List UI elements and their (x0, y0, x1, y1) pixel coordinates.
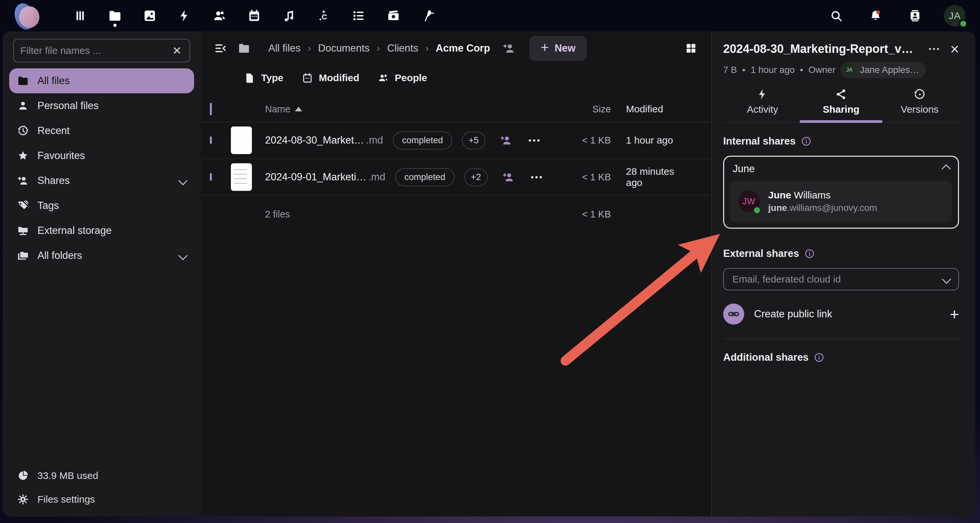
tab-activity[interactable]: Activity (723, 88, 802, 122)
sidebar-item-shares[interactable]: Shares (9, 168, 194, 193)
notifications-button[interactable] (865, 5, 886, 26)
file-thumbnail (231, 163, 252, 191)
tag-chip-completed: completed (395, 168, 455, 186)
details-modified-time: 1 hour ago (751, 65, 795, 75)
chevron-down-icon[interactable] (178, 251, 188, 260)
filter-chip-modified[interactable]: Modified (302, 72, 359, 83)
row-checkbox[interactable] (210, 136, 212, 144)
create-public-link-row[interactable]: Create public link + (723, 303, 959, 325)
shared-button[interactable] (500, 134, 512, 147)
grid-view-toggle[interactable] (681, 38, 702, 59)
file-name: 2024-08-30_Market… (265, 134, 364, 146)
owner-pill[interactable]: JA Jane Apples… (841, 62, 926, 78)
details-actions-menu[interactable] (929, 48, 939, 50)
clear-filter-icon[interactable]: ✕ (171, 44, 183, 57)
collapse-sidebar-button[interactable] (210, 38, 231, 59)
network-folder-icon (17, 225, 29, 236)
chevron-down-icon[interactable] (178, 176, 188, 185)
nextcloud-logo[interactable] (13, 2, 41, 30)
breadcrumb-all-files[interactable]: All files (264, 42, 304, 54)
app-activity[interactable] (177, 6, 192, 26)
app-music[interactable] (282, 6, 296, 26)
owner-label: Owner (808, 65, 835, 75)
file-name: 2024-09-01_Marketi… (265, 171, 366, 183)
external-share-input[interactable] (732, 274, 943, 285)
sidebar-item-favourites[interactable]: Favourites (9, 143, 194, 168)
home-folder-icon[interactable] (234, 38, 255, 59)
app-contacts[interactable] (212, 6, 227, 26)
sidebar-item-all-folders[interactable]: All folders (9, 243, 194, 268)
app-dashboard[interactable] (73, 6, 88, 26)
suggestion-email: june.williams@junovy.com (768, 203, 877, 213)
people-icon (213, 9, 226, 23)
user-status-online-dot (959, 19, 967, 28)
internal-share-search-input[interactable] (733, 163, 939, 175)
breadcrumb: All files › Documents › Clients › Acme C… (264, 42, 494, 54)
files-settings-button[interactable]: Files settings (9, 488, 194, 511)
meta-separator: • (800, 65, 803, 75)
table-row-file-2[interactable]: 2024-09-01_Marketi… .md completed +2 < 1… (200, 159, 711, 196)
sidebar-item-all-files[interactable]: All files (9, 69, 194, 93)
share-folder-button[interactable] (498, 38, 520, 59)
share-nodes-icon (835, 88, 847, 100)
column-header-name[interactable]: Name (265, 104, 290, 115)
sidebar-item-tags[interactable]: Tags (9, 193, 194, 218)
sidebar-item-recent[interactable]: Recent (9, 118, 194, 143)
sidebar-item-personal-files[interactable]: Personal files (9, 93, 194, 118)
new-button[interactable]: + New (530, 36, 587, 61)
user-initials: JA (948, 10, 961, 21)
magic-star-icon: C (317, 9, 331, 23)
top-bar: C JA (0, 0, 980, 32)
person-plus-icon (502, 171, 515, 183)
column-header-size[interactable]: Size (562, 104, 611, 115)
lightning-icon (178, 9, 191, 23)
breadcrumb-current-acme-corp[interactable]: Acme Corp (432, 42, 494, 54)
search-button[interactable] (826, 5, 847, 26)
tab-versions[interactable]: Versions (880, 88, 959, 122)
filter-chip-people[interactable]: People (378, 72, 427, 83)
file-thumbnail (231, 126, 252, 154)
user-avatar[interactable]: JA (944, 5, 966, 27)
breadcrumb-clients[interactable]: Clients (383, 42, 422, 54)
info-icon[interactable] (804, 248, 815, 259)
info-icon[interactable] (814, 352, 824, 363)
row-actions-menu[interactable] (529, 139, 539, 142)
filter-filenames-input[interactable] (21, 45, 171, 56)
table-row-file-1[interactable]: 2024-08-30_Market… .md completed +5 < 1 … (200, 122, 711, 159)
breadcrumb-documents[interactable]: Documents (314, 42, 374, 54)
file-list-summary: 2 files < 1 KB (200, 196, 711, 233)
app-money[interactable] (386, 6, 401, 26)
sidebar-item-label: Tags (37, 200, 59, 212)
close-icon[interactable]: × (950, 41, 959, 56)
app-files[interactable] (108, 6, 122, 26)
chevron-up-icon[interactable] (942, 164, 951, 174)
app-photos[interactable] (143, 6, 157, 26)
file-icon (244, 72, 255, 83)
contacts-menu-button[interactable] (904, 5, 926, 26)
share-suggestion-june-williams[interactable]: JW June Williams june.williams@junovy.co… (730, 181, 952, 222)
music-note-icon (282, 9, 296, 23)
filter-chip-type[interactable]: Type (244, 72, 283, 83)
app-tasks[interactable] (352, 6, 366, 26)
select-all-checkbox[interactable] (210, 103, 212, 115)
quill-icon (422, 9, 435, 23)
row-actions-menu[interactable] (531, 176, 542, 179)
shared-button[interactable] (502, 171, 515, 183)
sidebar-item-external-storage[interactable]: External storage (9, 218, 194, 243)
lightning-icon (756, 88, 769, 100)
app-calendar[interactable] (247, 6, 261, 26)
add-public-link-button[interactable]: + (950, 305, 959, 323)
info-icon[interactable] (801, 136, 811, 147)
chevron-down-icon[interactable] (942, 275, 951, 284)
dashboard-icon (73, 9, 87, 23)
online-status-dot (753, 206, 761, 214)
calendar-icon (247, 9, 261, 23)
app-notes[interactable] (421, 6, 436, 26)
row-checkbox[interactable] (210, 173, 212, 181)
sidebar-item-label: Shares (37, 175, 70, 187)
contacts-card-icon (908, 9, 921, 22)
tab-sharing[interactable]: Sharing (802, 88, 880, 122)
app-recognize[interactable]: C (317, 6, 331, 26)
internal-share-search: JW June Williams june.williams@junovy.co… (723, 156, 959, 229)
column-header-modified[interactable]: Modified (611, 104, 693, 115)
